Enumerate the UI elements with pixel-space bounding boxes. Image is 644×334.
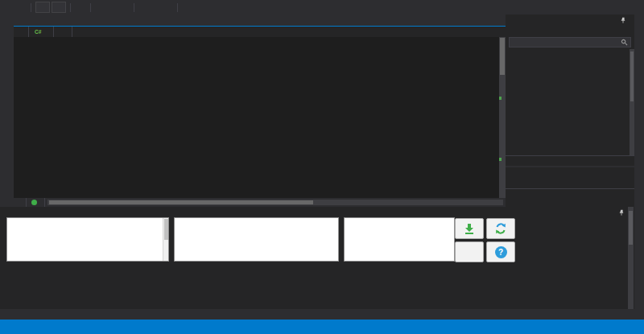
scrollbar-thumb[interactable]: [629, 211, 633, 245]
code-editor[interactable]: [14, 37, 499, 198]
download-task-button[interactable]: [455, 218, 484, 239]
pause-icon[interactable]: [95, 2, 105, 13]
diagnostic-tools-tab[interactable]: [634, 14, 644, 309]
stop-icon[interactable]: [107, 2, 118, 13]
properties-header: [506, 167, 634, 178]
window-layout-icon[interactable]: [630, 2, 640, 13]
codeasy-panel: ?: [0, 207, 634, 309]
editor-horizontal-scrollbar[interactable]: [47, 200, 503, 205]
toolbar-separator: [70, 3, 71, 12]
toolbar-separator: [31, 3, 31, 12]
question-icon: ?: [495, 246, 507, 258]
document-tab-bar: [14, 14, 506, 26]
navigate-forward-icon[interactable]: [16, 2, 27, 13]
change-marker: [499, 97, 502, 100]
editor-bottom-bar: [14, 198, 506, 207]
step-into-icon[interactable]: [138, 2, 149, 13]
solution-tree: [506, 49, 634, 155]
chapter-list[interactable]: [6, 217, 169, 262]
step-out-icon[interactable]: [163, 2, 173, 13]
list-scrollbar[interactable]: [163, 218, 168, 261]
help-button[interactable]: ?: [486, 241, 515, 262]
status-bar: [0, 320, 644, 334]
toolbar-overflow-icon[interactable]: [617, 2, 628, 13]
undo-icon[interactable]: [182, 2, 192, 13]
issues-indicator[interactable]: [26, 198, 45, 207]
solution-search-input[interactable]: [512, 39, 615, 45]
scrollbar-thumb[interactable]: [164, 219, 168, 240]
toolbar-separator: [90, 3, 91, 12]
step-over-icon[interactable]: [151, 2, 161, 13]
panel-tab-bar: [0, 309, 644, 320]
toolbar-separator: [134, 3, 134, 12]
solution-search-box[interactable]: [509, 37, 631, 47]
toolbar-separator: [177, 3, 178, 12]
zoom-dropdown[interactable]: [14, 198, 26, 207]
check-solution-button[interactable]: [455, 241, 484, 262]
properties-toolbar: [506, 178, 634, 189]
debug-configuration-dropdown[interactable]: [35, 2, 50, 13]
navigate-backward-icon[interactable]: [4, 2, 14, 13]
navigation-bar: C#: [14, 26, 506, 37]
download-icon: [463, 222, 476, 235]
task-description: [0, 264, 628, 268]
sync-button[interactable]: [486, 218, 515, 239]
breadcrumb-type-dropdown[interactable]: C#: [29, 27, 54, 37]
solution-explorer-header: [506, 14, 634, 25]
editor-vertical-scrollbar[interactable]: [499, 37, 506, 198]
scrollbar-thumb[interactable]: [630, 52, 634, 101]
tree-scrollbar[interactable]: [630, 49, 634, 155]
sync-icon: [494, 222, 507, 235]
search-icon[interactable]: [621, 39, 628, 46]
breadcrumb-project-dropdown[interactable]: [14, 27, 29, 37]
restart-icon[interactable]: [119, 2, 130, 13]
add-to-source-control-button[interactable]: [623, 320, 626, 334]
codeasy-buttons: ?: [455, 218, 515, 262]
lesson-list[interactable]: [174, 217, 339, 262]
change-marker: [499, 158, 502, 161]
properties-panel: [506, 166, 634, 189]
platform-dropdown[interactable]: [52, 2, 66, 13]
no-issues-icon: [31, 200, 37, 205]
panel-scrollbar[interactable]: [628, 207, 634, 309]
task-list[interactable]: [344, 217, 455, 262]
pin-icon[interactable]: [620, 17, 626, 23]
main-toolbar: [0, 0, 644, 14]
scrollbar-thumb[interactable]: [500, 38, 505, 75]
solution-explorer-toolbar: [506, 25, 634, 36]
codeasy-panel-header: [0, 207, 634, 217]
pin-icon[interactable]: [618, 209, 625, 216]
toolbox-tab[interactable]: [0, 14, 14, 207]
solution-explorer-panel: [506, 14, 634, 207]
csharp-class-icon: C#: [35, 29, 41, 35]
breadcrumb-member-dropdown[interactable]: [54, 27, 72, 37]
explorer-tab-bar: [506, 155, 634, 166]
codeasy-lists: [6, 217, 455, 262]
scrollbar-thumb[interactable]: [49, 200, 313, 204]
redo-icon[interactable]: [194, 2, 204, 13]
